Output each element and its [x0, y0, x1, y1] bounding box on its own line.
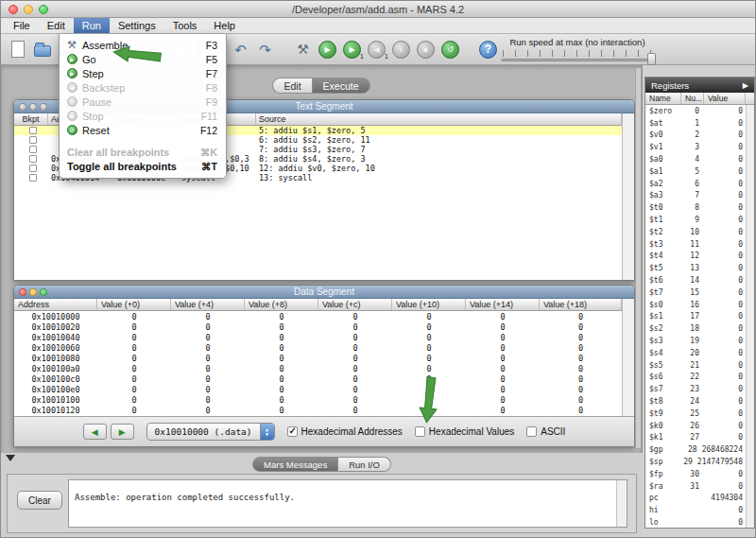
column-header-source[interactable]: Source	[256, 113, 622, 125]
register-value[interactable]: 0	[704, 228, 746, 236]
registers-column-name[interactable]: Name	[645, 93, 681, 104]
register-value[interactable]: 0	[704, 433, 746, 442]
breakpoint-checkbox[interactable]	[29, 174, 37, 182]
register-row[interactable]: lo0	[645, 516, 746, 528]
value-cell[interactable]: 0	[245, 311, 318, 321]
value-cell[interactable]: 0	[540, 384, 622, 394]
desktop-scrollbar[interactable]	[635, 67, 642, 449]
run-menu-item-backstep[interactable]: ◀BackstepF8	[60, 80, 226, 95]
next-segment-button[interactable]: ▶	[111, 424, 134, 440]
value-cell[interactable]: 0	[171, 311, 245, 321]
register-value[interactable]: 0	[704, 264, 746, 272]
messages-textarea[interactable]: Assemble: operation completed successful…	[68, 479, 627, 528]
run-menu-item-stop[interactable]: ■StopF11	[60, 109, 226, 123]
register-row[interactable]: $gp28268468224	[645, 443, 746, 456]
register-row[interactable]: $s1170	[645, 311, 746, 323]
value-cell[interactable]: 0	[171, 384, 245, 394]
value-cell[interactable]: 0	[540, 373, 622, 384]
register-value[interactable]: 0	[704, 385, 746, 393]
value-cell[interactable]: 0	[540, 394, 622, 405]
value-cell[interactable]: 0	[318, 405, 392, 415]
value-cell[interactable]: 0	[97, 311, 171, 321]
breakpoint-checkbox[interactable]	[29, 136, 37, 144]
frame-maximize-icon[interactable]	[40, 103, 47, 111]
value-cell[interactable]: 0	[97, 363, 171, 373]
register-value[interactable]: 0	[704, 470, 746, 478]
register-value[interactable]: 0	[704, 397, 746, 406]
data-segment-row[interactable]: 0x100100000000000	[14, 311, 634, 321]
register-row[interactable]: $t190	[645, 214, 746, 226]
menu-file[interactable]: File	[5, 18, 39, 33]
frame-maximize-icon[interactable]	[40, 288, 47, 296]
value-cell[interactable]: 0	[392, 321, 466, 332]
column-header-value-6[interactable]: Value (+14)	[466, 299, 540, 310]
register-row[interactable]: $k0260	[645, 420, 746, 432]
column-header-value-4[interactable]: Value (+c)	[318, 299, 392, 310]
step-icon[interactable]: ▶1	[341, 38, 363, 61]
text-segment-scrollbar[interactable]	[622, 113, 634, 280]
register-row[interactable]: $fp300	[645, 468, 746, 480]
register-row[interactable]: hi0	[645, 504, 746, 516]
register-value[interactable]: 0	[704, 288, 746, 297]
column-header-bkpt[interactable]: Bkpt	[14, 113, 48, 125]
checkbox-box[interactable]	[526, 426, 537, 437]
redo-icon[interactable]: ↷	[254, 38, 276, 61]
checkbox-box[interactable]	[287, 426, 298, 437]
value-cell[interactable]: 0	[540, 332, 622, 342]
value-cell[interactable]: 0	[97, 384, 171, 394]
value-cell[interactable]: 0	[466, 373, 540, 384]
value-cell[interactable]: 0	[318, 321, 392, 332]
data-segment-row[interactable]: 0x100100400000000	[14, 332, 634, 342]
value-cell[interactable]: 0	[171, 353, 245, 363]
value-cell[interactable]: 0	[97, 373, 171, 384]
prev-segment-button[interactable]: ◀	[83, 424, 107, 440]
register-row[interactable]: $a260	[645, 178, 746, 190]
help-icon[interactable]: ?	[477, 38, 499, 61]
column-header-value-1[interactable]: Value (+0)	[97, 299, 171, 310]
register-value[interactable]: 0	[704, 312, 746, 321]
register-row[interactable]: $t080	[645, 201, 746, 214]
run-menu-item-reset[interactable]: ↺ResetF12	[60, 123, 226, 137]
stop-icon[interactable]: ■	[415, 38, 437, 61]
register-value[interactable]: 268468224	[702, 445, 746, 454]
column-header-value-3[interactable]: Value (+8)	[245, 299, 318, 310]
data-segment-row[interactable]: 0x100100200000000	[14, 321, 634, 332]
value-cell[interactable]: 0	[466, 321, 540, 332]
breakpoint-checkbox[interactable]	[29, 127, 37, 134]
register-value[interactable]: 0	[704, 482, 746, 491]
value-cell[interactable]: 0	[540, 405, 622, 415]
close-button[interactable]	[9, 5, 18, 14]
value-cell[interactable]: 0	[466, 332, 540, 342]
register-value[interactable]: 0	[704, 409, 746, 418]
register-value[interactable]: 0	[704, 191, 746, 200]
value-cell[interactable]: 0	[318, 342, 392, 353]
clear-button[interactable]: Clear	[17, 491, 62, 510]
register-value[interactable]: 0	[704, 155, 746, 164]
messages-scrollbar[interactable]	[616, 480, 627, 527]
register-value[interactable]: 0	[704, 203, 746, 212]
menu-settings[interactable]: Settings	[110, 18, 164, 33]
value-cell[interactable]: 0	[318, 353, 392, 363]
menu-edit[interactable]: Edit	[39, 18, 74, 33]
value-cell[interactable]: 0	[97, 405, 171, 415]
data-segment-row[interactable]: 0x100101000000000	[14, 394, 634, 405]
registers-scrollbar[interactable]	[746, 105, 754, 528]
value-cell[interactable]: 0	[245, 321, 318, 332]
data-segment-row[interactable]: 0x100100e00000000	[14, 384, 634, 394]
register-value[interactable]: 4194304	[704, 494, 746, 502]
checkbox-hexadecimal-values[interactable]: Hexadecimal Values	[415, 426, 514, 437]
value-cell[interactable]: 0	[392, 342, 466, 353]
value-cell[interactable]: 0	[392, 363, 466, 373]
register-row[interactable]: $s6220	[645, 372, 746, 384]
register-row[interactable]: $zero00	[645, 105, 746, 117]
value-cell[interactable]: 0	[466, 363, 540, 373]
register-row[interactable]: $a370	[645, 190, 746, 202]
value-cell[interactable]: 0	[466, 394, 540, 405]
value-cell[interactable]: 0	[466, 384, 540, 394]
slider-track[interactable]	[501, 59, 654, 61]
register-value[interactable]: 0	[704, 349, 746, 357]
breakpoint-checkbox[interactable]	[29, 146, 37, 153]
column-header-address[interactable]: Address	[14, 299, 97, 310]
register-row[interactable]: $sp292147479548	[645, 456, 746, 468]
tab-run-i/o[interactable]: Run I/O	[338, 457, 391, 472]
